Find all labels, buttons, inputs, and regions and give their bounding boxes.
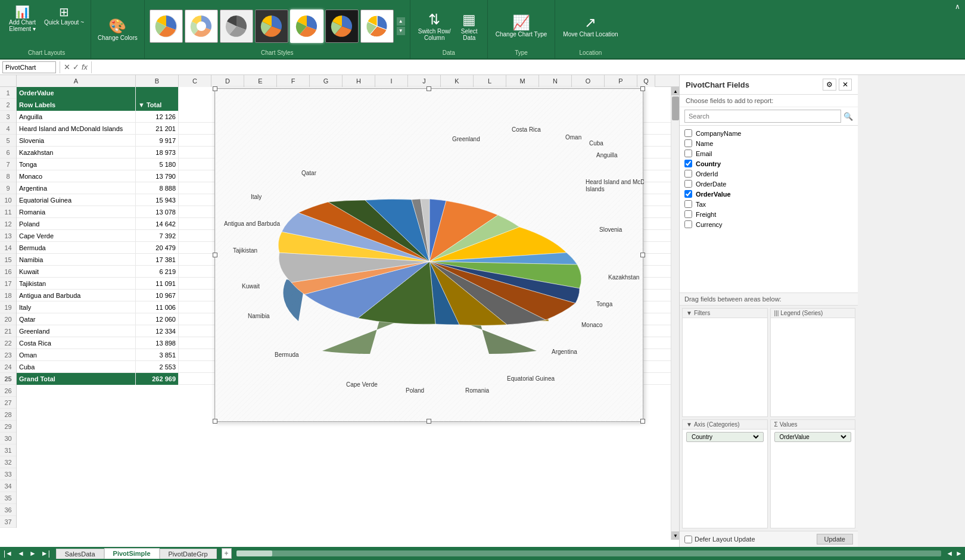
field-item-tax[interactable]: Tax xyxy=(684,199,853,209)
col-header-M[interactable]: M xyxy=(506,75,539,87)
sheet-nav-next-next[interactable]: ►| xyxy=(40,549,51,558)
cell-A25[interactable]: Grand Total xyxy=(17,373,136,385)
add-chart-element-button[interactable]: 📊 Add ChartElement ▾ xyxy=(6,2,39,35)
chart-style-6[interactable] xyxy=(325,10,359,43)
cell-B16[interactable]: 6 219 xyxy=(136,266,179,278)
chart-style-7[interactable] xyxy=(360,10,394,43)
col-header-D[interactable]: D xyxy=(211,75,244,87)
add-sheet-button[interactable]: + xyxy=(222,548,232,559)
cell-B23[interactable]: 3 851 xyxy=(136,349,179,361)
cell-A16[interactable]: Kuwait xyxy=(17,266,136,278)
change-colors-button[interactable]: 🎨 Change Colors xyxy=(95,15,141,43)
cell-B19[interactable]: 11 006 xyxy=(136,301,179,313)
chart-handle-bl[interactable] xyxy=(213,419,217,424)
cell-B11[interactable]: 13 078 xyxy=(136,206,179,218)
sheet-nav-next[interactable]: ► xyxy=(28,549,38,558)
field-item-currency[interactable]: Currency xyxy=(684,219,853,229)
field-checkbox-country[interactable] xyxy=(684,160,692,167)
cell-B21[interactable]: 12 334 xyxy=(136,325,179,337)
cell-A4[interactable]: Heard Island and McDonald Islands xyxy=(17,123,136,135)
horizontal-scroll-area[interactable] xyxy=(236,549,942,558)
cell-A11[interactable]: Romania xyxy=(17,206,136,218)
defer-layout-label[interactable]: Defer Layout Update xyxy=(684,536,755,543)
formula-input[interactable] xyxy=(95,61,963,73)
cell-B25[interactable]: 262 969 xyxy=(136,373,179,385)
cell-B9[interactable]: 8 888 xyxy=(136,182,179,194)
col-header-E[interactable]: E xyxy=(244,75,277,87)
cell-A7[interactable]: Tonga xyxy=(17,158,136,170)
sheet-tab-pivotdategrp[interactable]: PivotDateGrp xyxy=(160,549,217,559)
chart-handle-tr[interactable] xyxy=(640,86,645,91)
chart-handle-br[interactable] xyxy=(640,419,645,424)
scroll-left-button[interactable]: ◄ xyxy=(946,549,953,558)
chart-style-4[interactable] xyxy=(255,10,288,43)
col-header-G[interactable]: G xyxy=(310,75,343,87)
axis-chip-select[interactable]: Country xyxy=(689,433,761,441)
col-header-I[interactable]: I xyxy=(375,75,408,87)
switch-row-column-button[interactable]: ⇅ Switch Row/Column xyxy=(415,9,454,43)
cell-A15[interactable]: Namibia xyxy=(17,254,136,266)
cell-A19[interactable]: Italy xyxy=(17,301,136,313)
field-checkbox-tax[interactable] xyxy=(684,200,692,208)
chart-handle-bm[interactable] xyxy=(427,419,431,424)
field-checkbox-freight[interactable] xyxy=(684,210,692,218)
col-header-O[interactable]: O xyxy=(572,75,605,87)
chart-handle-ml[interactable] xyxy=(213,253,217,257)
chart-handle-mr[interactable] xyxy=(640,253,645,257)
field-item-email[interactable]: Email xyxy=(684,148,853,158)
cell-A6[interactable]: Kazakhstan xyxy=(17,147,136,158)
values-chip[interactable]: OrderValue xyxy=(774,432,852,442)
field-item-orderid[interactable]: OrderId xyxy=(684,169,853,179)
chart-style-1[interactable] xyxy=(150,10,183,43)
cell-A3[interactable]: Anguilla xyxy=(17,111,136,123)
sheet-tab-pivotsimple[interactable]: PivotSimple xyxy=(104,548,160,559)
cell-B4[interactable]: 21 201 xyxy=(136,123,179,135)
chart-style-3[interactable] xyxy=(220,10,253,43)
col-header-H[interactable]: H xyxy=(343,75,375,87)
style-scroll-down[interactable]: ▼ xyxy=(397,27,405,35)
field-item-name[interactable]: Name xyxy=(684,138,853,148)
quick-layout-button[interactable]: ⊞ Quick Layout ~ xyxy=(41,2,87,35)
cell-A17[interactable]: Tajikistan xyxy=(17,278,136,290)
function-icon[interactable]: fx xyxy=(82,63,88,71)
cell-B2[interactable]: ▼ Total xyxy=(136,99,179,111)
cell-B20[interactable]: 12 060 xyxy=(136,313,179,325)
pivot-chart[interactable]: Greenland Costa Rica Oman Cuba Anguilla … xyxy=(214,88,643,422)
cell-A20[interactable]: Qatar xyxy=(17,313,136,325)
cell-A12[interactable]: Poland xyxy=(17,218,136,230)
col-header-C[interactable]: C xyxy=(179,75,211,87)
cell-B6[interactable]: 18 973 xyxy=(136,147,179,158)
cell-A9[interactable]: Argentina xyxy=(17,182,136,194)
cell-A18[interactable]: Antigua and Barbuda xyxy=(17,290,136,301)
field-checkbox-companyname[interactable] xyxy=(684,129,692,137)
ribbon-collapse[interactable]: ∧ xyxy=(952,0,963,58)
cell-B1[interactable] xyxy=(136,87,179,99)
sheet-nav-prev[interactable]: ◄ xyxy=(16,549,26,558)
cell-B17[interactable]: 11 091 xyxy=(136,278,179,290)
values-chip-select[interactable]: OrderValue xyxy=(777,433,849,441)
cell-A14[interactable]: Bermuda xyxy=(17,242,136,254)
cell-B22[interactable]: 13 898 xyxy=(136,337,179,349)
panel-close-button[interactable]: ✕ xyxy=(839,79,852,91)
cell-B14[interactable]: 20 479 xyxy=(136,242,179,254)
col-header-Q[interactable]: Q xyxy=(637,75,655,87)
scroll-right-button[interactable]: ► xyxy=(955,549,963,558)
change-chart-type-button[interactable]: 📈 Change Chart Type xyxy=(493,12,550,40)
cell-B12[interactable]: 14 642 xyxy=(136,218,179,230)
cell-B5[interactable]: 9 917 xyxy=(136,135,179,147)
field-checkbox-currency[interactable] xyxy=(684,220,692,228)
cell-B15[interactable]: 17 381 xyxy=(136,254,179,266)
confirm-icon[interactable]: ✓ xyxy=(73,63,79,71)
col-header-N[interactable]: N xyxy=(539,75,572,87)
chart-handle-tl[interactable] xyxy=(213,86,217,91)
cell-B8[interactable]: 13 790 xyxy=(136,170,179,182)
field-checkbox-name[interactable] xyxy=(684,139,692,147)
style-scroll-up[interactable]: ▲ xyxy=(397,17,405,26)
field-item-freight[interactable]: Freight xyxy=(684,209,853,219)
name-box[interactable] xyxy=(2,61,56,73)
select-data-button[interactable]: ▦ SelectData xyxy=(456,9,482,43)
cell-B3[interactable]: 12 126 xyxy=(136,111,179,123)
field-item-orderdate[interactable]: OrderDate xyxy=(684,179,853,189)
panel-settings-button[interactable]: ⚙ xyxy=(823,79,836,91)
cell-A22[interactable]: Costa Rica xyxy=(17,337,136,349)
